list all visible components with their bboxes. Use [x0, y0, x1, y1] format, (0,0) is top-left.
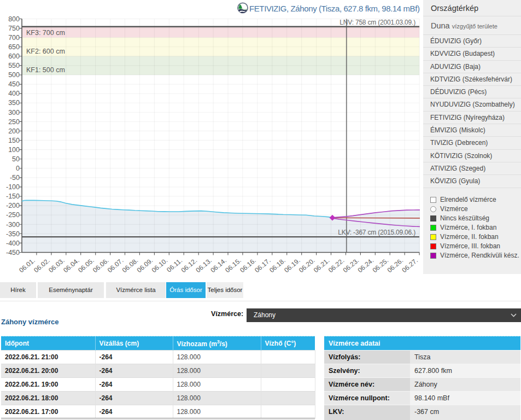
svg-text:400: 400: [8, 90, 20, 97]
svg-text:600: 600: [8, 52, 20, 60]
svg-text:50: 50: [12, 155, 20, 163]
svg-text:06.11.: 06.11.: [165, 256, 184, 273]
svg-text:550: 550: [8, 62, 20, 69]
svg-text:-400: -400: [6, 240, 20, 247]
svg-text:-250: -250: [6, 211, 20, 219]
svg-text:800: 800: [8, 15, 20, 23]
svg-text:650: 650: [8, 43, 20, 51]
svg-text:06.26.: 06.26.: [386, 256, 405, 273]
svg-text:06.18.: 06.18.: [268, 256, 287, 273]
svg-text:06.22.: 06.22.: [327, 256, 346, 273]
svg-text:LKV: -367 cm (2015.09.06.): LKV: -367 cm (2015.09.06.): [338, 229, 415, 236]
svg-text:250: 250: [8, 118, 20, 126]
svg-text:200: 200: [8, 127, 20, 135]
svg-text:100: 100: [8, 146, 20, 154]
svg-text:LNV: 758 cm (2001.03.09.): LNV: 758 cm (2001.03.09.): [339, 19, 415, 26]
svg-text:-200: -200: [6, 202, 20, 209]
svg-text:-450: -450: [6, 249, 20, 256]
svg-text:KF1: 500 cm: KF1: 500 cm: [26, 66, 65, 74]
svg-text:KF2: 600 cm: KF2: 600 cm: [26, 48, 65, 55]
svg-text:06.23.: 06.23.: [342, 256, 361, 273]
svg-text:06.03.: 06.03.: [47, 256, 66, 273]
svg-text:0: 0: [16, 165, 20, 172]
svg-text:06.27.: 06.27.: [400, 256, 419, 273]
svg-text:KF3: 700 cm: KF3: 700 cm: [26, 29, 65, 37]
svg-text:750: 750: [8, 25, 20, 32]
svg-text:450: 450: [8, 80, 20, 88]
svg-text:-100: -100: [6, 183, 20, 191]
svg-text:150: 150: [8, 137, 20, 144]
svg-text:06.07.: 06.07.: [106, 256, 125, 273]
svg-text:06.17.: 06.17.: [253, 256, 272, 273]
svg-text:06.10.: 06.10.: [150, 256, 169, 273]
svg-text:06.06.: 06.06.: [91, 256, 110, 273]
svg-text:06.02.: 06.02.: [32, 256, 51, 273]
svg-text:-300: -300: [6, 221, 20, 229]
svg-text:06.15.: 06.15.: [224, 256, 243, 273]
svg-text:700: 700: [8, 34, 20, 42]
svg-text:-350: -350: [6, 230, 20, 238]
svg-text:06.13.: 06.13.: [194, 256, 213, 273]
svg-text:06.09.: 06.09.: [136, 256, 155, 273]
svg-text:06.12.: 06.12.: [180, 256, 199, 273]
svg-text:500: 500: [8, 71, 20, 79]
svg-text:06.01.: 06.01.: [17, 256, 37, 273]
svg-text:06.20.: 06.20.: [297, 256, 317, 273]
svg-text:06.19.: 06.19.: [283, 256, 302, 273]
svg-text:-150: -150: [6, 192, 20, 200]
svg-text:350: 350: [8, 99, 20, 107]
svg-text:-50: -50: [10, 174, 20, 182]
svg-text:06.08.: 06.08.: [121, 256, 140, 273]
svg-text:06.04.: 06.04.: [62, 256, 81, 273]
svg-text:06.14.: 06.14.: [209, 256, 228, 273]
svg-text:06.16.: 06.16.: [238, 256, 257, 273]
svg-text:06.24.: 06.24.: [356, 256, 376, 273]
svg-text:06.05.: 06.05.: [77, 256, 96, 273]
svg-text:300: 300: [8, 109, 20, 116]
svg-text:06.25.: 06.25.: [371, 256, 390, 273]
svg-text:06.21.: 06.21.: [312, 256, 331, 273]
